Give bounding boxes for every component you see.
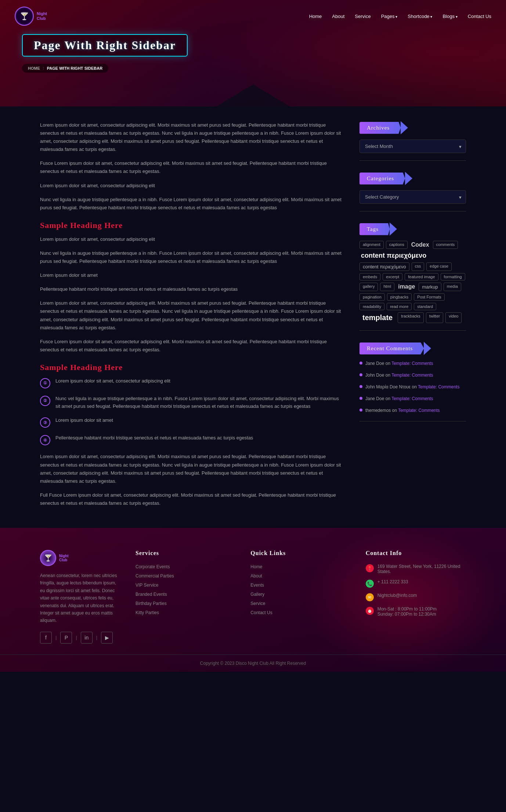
logo-icon: 🍸 <box>15 7 34 26</box>
comment-on-5: on <box>392 408 398 413</box>
social-facebook[interactable]: f <box>40 632 52 644</box>
page-title: Page With Right Sidebar <box>34 39 176 52</box>
email-icon: ✉ <box>366 593 374 601</box>
comment-link-2[interactable]: Template: Comments <box>391 373 433 378</box>
tag-trackbacks[interactable]: trackbacks <box>398 312 424 323</box>
tag-post-formats[interactable]: Post Formats <box>414 293 444 301</box>
recent-comments-header: Recent Comments <box>359 342 466 355</box>
recent-comments-widget: Recent Comments Jane Doe on Template: Co… <box>359 342 466 421</box>
tag-comments[interactable]: comments <box>433 241 458 249</box>
para3: Nunc vel ligula in augue tristique pelle… <box>40 196 345 212</box>
list-item: ④ Pellentesque habitant morbi tristique … <box>40 434 345 445</box>
comment-dot <box>359 397 362 400</box>
phone-icon: 📞 <box>366 580 374 588</box>
tags-header: Tags <box>359 222 466 236</box>
tag-video[interactable]: video <box>445 312 462 323</box>
comment-author-4: Jane Doe <box>365 396 384 401</box>
nav-home[interactable]: Home <box>309 14 322 19</box>
tag-pagination[interactable]: pagination <box>359 293 385 301</box>
tag-captions[interactable]: captions <box>386 241 408 249</box>
tag-formatting[interactable]: formatting <box>441 273 465 280</box>
heading1: Sample Heading Here <box>40 221 345 230</box>
tag-readability[interactable]: readability <box>359 303 384 310</box>
comment-on-4: on <box>386 396 391 401</box>
comment-link-1[interactable]: Template: Comments <box>391 361 433 366</box>
quicklinks-title: Quick Links <box>250 550 351 557</box>
comment-author-3: John Μαρία Doe Ντουε <box>365 384 411 389</box>
comment-link-4[interactable]: Template: Comments <box>391 396 433 401</box>
tags-widget: Tags alignment captions Codex comments c… <box>359 222 466 331</box>
breadcrumb-sep: : <box>43 66 44 70</box>
social-youtube[interactable]: ▶ <box>101 632 113 644</box>
tag-featured-image[interactable]: featured image <box>405 273 438 280</box>
footer-col-brand: 🍸 Night Club Aenean consectetur, lorem n… <box>40 550 121 644</box>
tag-html[interactable]: html <box>380 283 394 291</box>
tag-standard[interactable]: standard <box>414 303 436 310</box>
social-pinterest[interactable]: P <box>60 632 72 644</box>
nav-about[interactable]: About <box>332 14 344 19</box>
copyright-text: Copyright © 2023 Disco Night Club All Ri… <box>200 661 306 666</box>
footer: 🍸 Night Club Aenean consectetur, lorem n… <box>0 528 506 672</box>
nav-blogs[interactable]: Blogs <box>442 14 457 19</box>
tag-read-more[interactable]: read more <box>387 303 412 310</box>
service-link-3: VIP Service <box>135 582 236 588</box>
tags-arrow <box>390 222 397 236</box>
quicklinks-list: Home About Events Gallery Service Contac… <box>250 564 351 615</box>
comment-author-1: Jane Doe <box>365 361 384 366</box>
nav-pages[interactable]: Pages <box>381 14 398 19</box>
nav-shortcode[interactable]: Shortcode <box>408 14 432 19</box>
tag-embeds[interactable]: embeds <box>359 273 380 280</box>
tag-excerpt[interactable]: excerpt <box>383 273 402 280</box>
tags-divider <box>359 330 466 331</box>
breadcrumb-home[interactable]: HOME <box>28 66 40 70</box>
para9: Lorem ipsum dolor sit amet, consectetur … <box>40 453 345 485</box>
tag-template[interactable]: template <box>359 312 395 323</box>
tags-cloud: alignment captions Codex comments conten… <box>359 241 466 323</box>
heading2: Sample Heading Here <box>40 363 345 372</box>
tag-edge-case[interactable]: edge case <box>426 262 452 271</box>
tag-media[interactable]: media <box>444 283 461 291</box>
para5: Lorem ipsum dolor sit amet <box>40 271 345 279</box>
contact-email-item: ✉ Nightclub@info.com <box>366 593 466 601</box>
tag-content-md[interactable]: content περιεχόμενο <box>359 262 409 271</box>
contact-email: Nightclub@info.com <box>377 593 417 598</box>
comment-link-3[interactable]: Template: Comments <box>418 384 459 389</box>
comment-item-5: themedemos on Template: Comments <box>359 407 466 414</box>
categories-select[interactable]: Select Category <box>359 190 466 204</box>
numbered-list: ① Lorem ipsum dolor sit amet, consectetu… <box>40 377 345 446</box>
comment-dot <box>359 385 362 388</box>
comment-item-1: Jane Doe on Template: Comments <box>359 360 466 367</box>
tag-css[interactable]: css <box>412 262 424 271</box>
social-instagram[interactable]: in <box>81 632 93 644</box>
tag-pingbacks[interactable]: pingbacks <box>387 293 412 301</box>
tag-alignment[interactable]: alignment <box>359 241 384 249</box>
social-divider-1: | <box>55 635 57 640</box>
list-num: ② <box>40 396 50 406</box>
tag-image[interactable]: image <box>397 283 416 291</box>
location-icon: 📍 <box>366 564 374 572</box>
tag-twitter[interactable]: twitter <box>426 312 443 323</box>
comment-author-5: themedemos <box>365 408 391 413</box>
nav-contact[interactable]: Contact Us <box>468 14 491 19</box>
comment-link-5[interactable]: Template: Comments <box>398 408 440 413</box>
para6: Pellentesque habitant morbi tristique se… <box>40 285 345 293</box>
tag-gallery[interactable]: gallery <box>359 283 378 291</box>
categories-divider <box>359 211 466 211</box>
tag-codex[interactable]: Codex <box>410 241 431 249</box>
para7: Lorem ipsum dolor sit amet, consectetur … <box>40 299 345 331</box>
comment-text-3: John Μαρία Doe Ντουε on Template: Commen… <box>365 384 459 390</box>
quick-link-5: Service <box>250 601 351 606</box>
contact-hours-item: ⏰ Mon-Sat : 8:00Pm to 11:00Pm Sunday: 07… <box>366 606 466 617</box>
footer-logo[interactable]: 🍸 Night Club <box>40 550 121 566</box>
nav-service[interactable]: Service <box>355 14 371 19</box>
archives-select[interactable]: Select Month <box>359 139 466 153</box>
contact-address-item: 📍 169 Water Street, New York, 11226 Unit… <box>366 564 466 574</box>
categories-header: Categories <box>359 172 466 185</box>
categories-widget: Categories Select Category <box>359 172 466 211</box>
list-item: ① Lorem ipsum dolor sit amet, consectetu… <box>40 377 345 388</box>
para4: Nunc vel ligula in augue tristique pelle… <box>40 249 345 265</box>
tag-markup[interactable]: markup <box>419 283 441 291</box>
tag-content-xl[interactable]: content περιεχόμενο <box>359 251 428 260</box>
breadcrumb: HOME : PAGE WITH RIGHT SIDEBAR <box>22 64 108 73</box>
logo[interactable]: 🍸 Night Club <box>15 7 47 26</box>
